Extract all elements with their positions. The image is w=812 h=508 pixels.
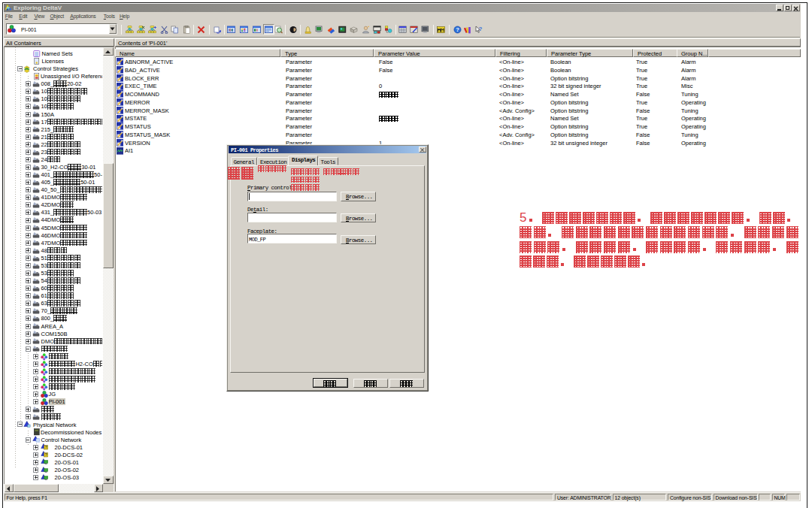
svg-text:?: ? bbox=[456, 26, 459, 33]
svg-text:?: ? bbox=[44, 453, 47, 457]
svg-text:?: ? bbox=[479, 26, 483, 32]
svg-text:?: ? bbox=[44, 446, 47, 449]
